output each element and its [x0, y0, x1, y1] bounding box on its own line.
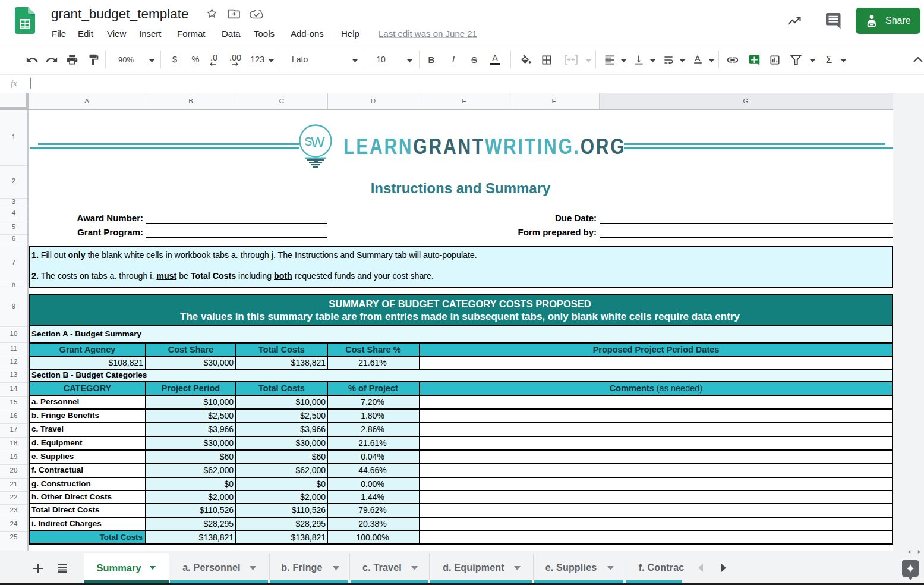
svg-text:W: W [311, 134, 325, 150]
